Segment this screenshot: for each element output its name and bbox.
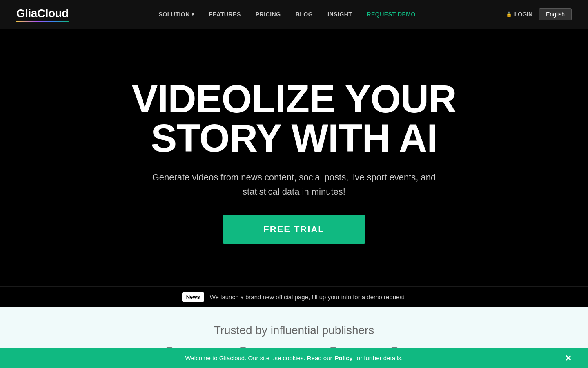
nav-solution[interactable]: SOLUTION [159, 11, 194, 18]
nav-request-demo-link[interactable]: REQUEST DEMO [367, 11, 416, 18]
nav-right: 🔒 LOGIN English [506, 8, 572, 20]
cookie-text-after: for further details. [355, 355, 403, 361]
nav-features-link[interactable]: FEATURES [209, 11, 241, 18]
news-bar: News We launch a brand new official page… [0, 286, 588, 307]
cookie-close-button[interactable]: ✕ [565, 353, 572, 363]
nav-request-demo[interactable]: REQUEST DEMO [367, 11, 416, 18]
lock-icon: 🔒 [506, 11, 512, 17]
nav-features[interactable]: FEATURES [209, 11, 241, 18]
navbar: GliaCloud SOLUTION FEATURES PRICING BLOG [0, 0, 588, 29]
nav-pricing[interactable]: PRICING [256, 11, 281, 18]
hero-subtitle: Generate videos from news content, socia… [135, 170, 453, 199]
nav-insight[interactable]: INSIGHT [327, 11, 352, 18]
hero-section: VIDEOLIZE YOUR STORY WITH AI Generate vi… [0, 29, 588, 286]
free-trial-button[interactable]: FREE TRIAL [223, 215, 365, 244]
nav-pricing-link[interactable]: PRICING [256, 11, 281, 18]
logo[interactable]: GliaCloud [16, 7, 69, 22]
nav-links: SOLUTION FEATURES PRICING BLOG INSIGHT R [159, 11, 416, 18]
language-button[interactable]: English [539, 8, 572, 20]
cookie-policy-link[interactable]: Policy [334, 355, 352, 361]
trusted-title: Trusted by influential publishers [16, 324, 572, 337]
nav-insight-link[interactable]: INSIGHT [327, 11, 352, 18]
hero-title: VIDEOLIZE YOUR STORY WITH AI [90, 79, 498, 158]
news-badge: News [182, 292, 204, 302]
cookie-banner: Welcome to Gliacloud. Our site use cooki… [0, 348, 588, 368]
nav-blog[interactable]: BLOG [296, 11, 313, 18]
nav-blog-link[interactable]: BLOG [296, 11, 313, 18]
nav-solution-link[interactable]: SOLUTION [159, 11, 194, 18]
logo-underline [16, 21, 69, 22]
cookie-text-before: Welcome to Gliacloud. Our site use cooki… [185, 355, 332, 361]
login-button[interactable]: 🔒 LOGIN [506, 11, 532, 18]
news-link[interactable]: We launch a brand new official page, fil… [210, 294, 406, 301]
